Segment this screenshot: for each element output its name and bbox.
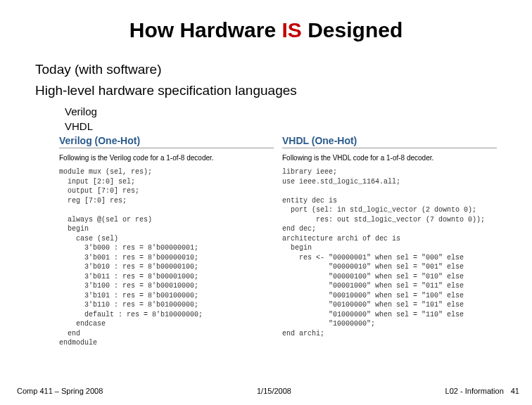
slide: How Hardware IS Designed Today (with sof… xyxy=(0,0,532,405)
sub-vhdl: VHDL xyxy=(65,120,497,132)
vhdl-code: library ieee; use ieee.std_logic_1164.al… xyxy=(282,167,497,338)
verilog-intro: Following is the Verilog code for a 1-of… xyxy=(59,154,274,162)
verilog-column: Verilog (One-Hot) Following is the Veril… xyxy=(59,135,274,348)
code-columns: Verilog (One-Hot) Following is the Veril… xyxy=(59,135,497,348)
footer-course: Comp 411 – Spring 2008 xyxy=(17,387,103,395)
verilog-heading: Verilog (One-Hot) xyxy=(59,135,274,148)
footer-right: L02 - Information 41 xyxy=(445,387,519,395)
bullet-today: Today (with software) xyxy=(35,62,497,77)
verilog-code: module mux (sel, res); input [2:0] sel; … xyxy=(59,167,274,348)
footer: Comp 411 – Spring 2008 1/15/2008 L02 - I… xyxy=(0,387,532,395)
vhdl-column: VHDL (One-Hot) Following is the VHDL cod… xyxy=(282,135,497,348)
title-pre: How Hardware xyxy=(129,18,282,41)
title-post: Designed xyxy=(302,18,403,41)
bullet-hll: High-level hardware specification langua… xyxy=(35,83,497,98)
footer-lecture: L02 - Information xyxy=(445,387,504,395)
slide-title: How Hardware IS Designed xyxy=(35,18,497,42)
title-accent: IS xyxy=(282,18,302,41)
footer-date: 1/15/2008 xyxy=(257,387,291,395)
sub-verilog: Verilog xyxy=(65,105,497,117)
vhdl-heading: VHDL (One-Hot) xyxy=(282,135,497,148)
vhdl-intro: Following is the VHDL code for a 1-of-8 … xyxy=(282,154,497,162)
footer-page: 41 xyxy=(511,387,519,395)
